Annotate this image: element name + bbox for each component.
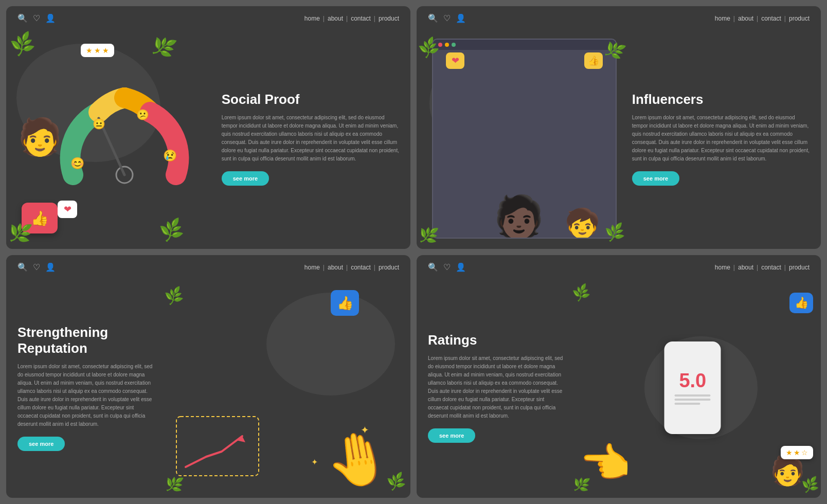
gauge-graphic: 😊 😐 😕 😢	[58, 72, 191, 206]
nav-about-4[interactable]: about	[738, 264, 753, 271]
rating-number: 5.0	[679, 371, 706, 390]
text-side-2: Influencers Lorem ipsum dolor sit amet, …	[627, 28, 821, 249]
leaf4-br: 🌿	[801, 475, 820, 494]
card-title-2: Influencers	[632, 92, 810, 107]
leaf3-bl: 🌿	[164, 474, 184, 494]
leaf2-br: 🌿	[604, 222, 626, 243]
nav-contact-1[interactable]: contact	[351, 15, 371, 22]
leaf-top-left: 🌿	[8, 30, 38, 59]
leaf3-tl: 🌿	[163, 285, 185, 307]
nav-product-2[interactable]: product	[789, 15, 810, 22]
illustration-social-proof: 😊 😐 😕 😢 ★ ★ ★ 👍 ❤ 🧑 🌿 🌿 🌿 🌿	[6, 28, 217, 249]
sparkle-a: ✦	[361, 424, 369, 436]
nav-links-3: home | about | contact | product	[304, 264, 399, 271]
browser-frame: 🧑🏿 🧒 ❤ 👍	[432, 39, 617, 239]
nav-bar-1: 🔍 ♡ 👤 home | about | contact | product	[6, 6, 410, 28]
sparkle-b: ✦	[311, 457, 318, 467]
leaf3-br: 🌿	[385, 471, 407, 492]
browser-content: 🧑🏿 🧒 ❤ 👍	[433, 50, 616, 238]
nav-home-2[interactable]: home	[715, 15, 730, 22]
nav-links-2: home | about | contact | product	[715, 15, 810, 22]
see-more-button-1[interactable]: see more	[222, 171, 269, 186]
nav-about-2[interactable]: about	[738, 15, 753, 22]
see-more-button-3[interactable]: see more	[17, 437, 65, 451]
content-area-3: Strengthening Reputation Lorem ipsum dol…	[6, 277, 410, 498]
svg-text:😕: 😕	[136, 109, 149, 121]
star-2: ★	[94, 46, 101, 55]
chart-graphic	[175, 416, 268, 482]
nav-contact-2[interactable]: contact	[761, 15, 781, 22]
nav-home-4[interactable]: home	[715, 264, 730, 271]
line-2	[675, 399, 711, 401]
person-illustration: 🧑	[17, 115, 62, 157]
like-badge-influencer: 👍	[584, 52, 603, 69]
user-icon-2[interactable]: 👤	[456, 13, 466, 23]
text-side-4: Ratings Lorem ipsum dolor sit amet, cons…	[417, 277, 570, 498]
nav-product-1[interactable]: product	[379, 15, 399, 22]
dot-red	[438, 43, 442, 47]
star-r1: ★	[786, 448, 793, 457]
user-icon[interactable]: 👤	[45, 13, 56, 23]
search-icon-2[interactable]: 🔍	[428, 13, 438, 23]
line-3	[675, 403, 700, 405]
stars-badge: ★ ★ ★	[81, 44, 114, 57]
card-influencers: 🔍 ♡ 👤 home | about | contact | product	[417, 6, 821, 249]
nav-bar-4: 🔍 ♡ 👤 home | about | contact | product	[417, 255, 821, 277]
nav-contact-3[interactable]: contact	[351, 264, 371, 271]
influencer-person-big: 🧑🏿	[493, 196, 545, 238]
star-3: ★	[102, 46, 109, 55]
card-reputation: 🔍 ♡ 👤 home | about | contact | product S…	[6, 255, 410, 498]
leaf4-bl: 🌿	[571, 475, 590, 494]
dot-green	[452, 43, 456, 47]
search-icon-3[interactable]: 🔍	[17, 262, 28, 272]
leaf-bottom-left: 🌿	[7, 220, 34, 245]
heart-icon-4[interactable]: ♡	[443, 262, 451, 272]
leaf-bottom-right: 🌿	[157, 217, 185, 244]
illustration-reputation: 👍 🤚 ✦ ✦ 🌿 🌿 🌿	[160, 277, 410, 498]
influencer-person-small: 🧒	[565, 209, 600, 238]
user-icon-3[interactable]: 👤	[45, 262, 56, 272]
heart-icon[interactable]: ♡	[33, 13, 40, 23]
like-badge-ratings: 👍	[789, 293, 813, 313]
nav-links-4: home | about | contact | product	[715, 264, 810, 271]
content-area-1: 😊 😐 😕 😢 ★ ★ ★ 👍 ❤ 🧑 🌿 🌿 🌿 🌿	[6, 28, 410, 249]
nav-home-1[interactable]: home	[304, 15, 320, 22]
text-side-1: Social Proof Lorem ipsum dolor sit amet,…	[217, 28, 410, 249]
card-body-1: Lorem ipsum dolor sit amet, consectetur …	[222, 114, 399, 163]
search-icon[interactable]: 🔍	[17, 13, 28, 23]
heart-icon-3[interactable]: ♡	[33, 262, 40, 272]
nav-about-1[interactable]: about	[328, 15, 343, 22]
nav-links-1: home | about | contact | product	[304, 15, 399, 22]
content-area-2: 🧑🏿 🧒 ❤ 👍 🌿 🌿 🌿 🌿 Influencers Lorem ipsum…	[417, 28, 821, 249]
nav-about-3[interactable]: about	[328, 264, 343, 271]
card-body-2: Lorem ipsum dolor sit amet, consectetur …	[632, 114, 810, 163]
content-area-4: Ratings Lorem ipsum dolor sit amet, cons…	[417, 277, 821, 498]
card-social-proof: 🔍 ♡ 👤 home | about | contact | product	[6, 6, 410, 249]
line-1	[675, 394, 711, 397]
search-icon-4[interactable]: 🔍	[428, 262, 438, 272]
card-body-3: Lorem ipsum dolor sit amet, consectetur …	[17, 363, 155, 428]
nav-product-4[interactable]: product	[789, 264, 810, 271]
user-icon-4[interactable]: 👤	[456, 262, 466, 272]
like-badge-reputation: 👍	[331, 290, 359, 316]
leaf4-tl: 🌿	[570, 282, 591, 303]
nav-bar-2: 🔍 ♡ 👤 home | about | contact | product	[417, 6, 821, 28]
svg-text:😢: 😢	[163, 149, 177, 163]
card-body-4: Lorem ipsum dolor sit amet, consectetur …	[428, 354, 565, 420]
see-more-button-4[interactable]: see more	[428, 428, 475, 443]
nav-icons-2: 🔍 ♡ 👤	[428, 13, 466, 23]
text-side-3: Strengthening Reputation Lorem ipsum dol…	[6, 277, 160, 498]
phone-graphic: 5.0	[664, 341, 721, 434]
nav-contact-4[interactable]: contact	[761, 264, 781, 271]
nav-home-3[interactable]: home	[304, 264, 320, 271]
heart-small-badge: ❤	[58, 201, 77, 218]
nav-icons-3: 🔍 ♡ 👤	[17, 262, 56, 272]
see-more-button-2[interactable]: see more	[632, 171, 679, 186]
leaf2-bl: 🌿	[418, 224, 440, 245]
stars-badge-ratings: ★ ★ ☆	[781, 446, 813, 459]
heart-icon-2[interactable]: ♡	[443, 13, 451, 23]
nav-icons-4: 🔍 ♡ 👤	[428, 262, 466, 272]
star-r2: ★	[794, 448, 800, 457]
star-r3: ☆	[801, 448, 808, 457]
nav-product-3[interactable]: product	[379, 264, 399, 271]
